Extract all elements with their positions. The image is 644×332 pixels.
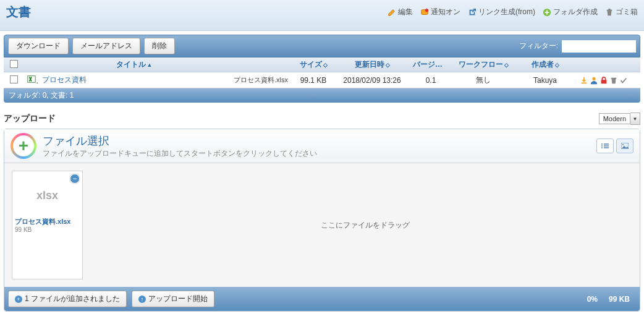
view-mode-toggle [596,138,633,153]
remove-file-button[interactable]: − [70,174,80,184]
lock-icon[interactable] [600,76,608,85]
list-icon [601,143,609,148]
upload-stats: 0% 99 KB [587,295,636,304]
header-checkbox-col [6,60,23,70]
edit-label: 編集 [398,7,413,17]
notify-label: 通知オン [431,7,460,17]
filter-input[interactable] [562,40,636,53]
theme-dropdown-button[interactable]: ▼ [630,113,640,125]
svg-rect-3 [28,76,35,83]
doc-workflow: 無し [452,75,514,85]
svg-point-1 [425,8,428,11]
header-size[interactable]: サイズ◇ [292,59,335,70]
sort-icon: ◇ [386,62,390,68]
header-update[interactable]: 更新日時◇ [335,59,409,70]
svg-rect-5 [601,80,607,83]
doc-version: 0.1 [409,76,452,85]
queued-file-size: 99 KB [15,226,80,233]
doc-update: 2018/02/09 13:26 [335,76,409,85]
thumb-view-button[interactable] [616,138,633,153]
row-actions [576,76,638,85]
queued-file-name: プロセス資料.xlsx [15,217,80,226]
doc-filename: プロセス資料.xlsx [230,75,292,85]
table-row[interactable]: プロセス資料 プロセス資料.xlsx 99.1 KB 2018/02/09 13… [4,72,640,88]
download-button[interactable]: ダウンロード [8,38,69,54]
doc-size: 99.1 KB [292,76,335,85]
file-select-sub: ファイルをアップロードキューに追加してスタートボタンをクリックしてください [43,148,317,159]
document-panel: ダウンロード メールアドレス 削除 フィルター: タイトル▲ サイズ◇ 更新日時… [0,31,644,106]
delete-button[interactable]: 削除 [144,38,175,54]
add-icon [543,8,551,17]
header-author[interactable]: 作成者◇ [514,59,576,70]
user-icon[interactable] [590,76,598,85]
theme-value: Modern [599,113,630,124]
grid-footer: フォルダ: 0, 文書: 1 [4,88,640,103]
theme-selector[interactable]: Modern ▼ [599,113,640,125]
sort-asc-icon: ▲ [147,62,153,68]
filter-label: フィルター: [519,41,558,51]
download-icon[interactable] [580,76,588,85]
queued-file-card[interactable]: − xlsx プロセス資料.xlsx 99 KB [12,171,83,279]
drop-zone[interactable]: ここにファイルをドラッグ [90,163,640,287]
svg-point-4 [592,77,595,80]
doc-title-link[interactable]: プロセス資料 [38,75,230,85]
list-view-button[interactable] [596,138,614,153]
files-added-status[interactable]: + 1 ファイルが追加されました [8,291,127,307]
start-upload-label: アップロード開始 [148,294,208,304]
page-header: 文書 編集 通知オン リンク生成(from) フォルダ作成 ゴミ箱 [0,0,644,31]
sort-icon: ◇ [323,62,328,68]
files-added-label: 1 ファイルが追加されました [25,294,120,304]
edit-action[interactable]: 編集 [388,7,413,17]
toolbar-buttons: ダウンロード メールアドレス 削除 [8,38,175,54]
folder-create-action[interactable]: フォルダ作成 [543,7,598,17]
external-icon [468,8,477,17]
start-upload-button[interactable]: ↑ アップロード開始 [132,291,214,307]
doc-author: Takuya [514,76,576,85]
top-actions: 編集 通知オン リンク生成(from) フォルダ作成 ゴミ箱 [388,7,638,17]
svg-point-7 [622,144,624,145]
row-checkbox[interactable] [10,75,18,83]
notify-action[interactable]: 通知オン [420,7,460,17]
upload-panel: + ファイル選択 ファイルをアップロードキューに追加してスタートボタンをクリック… [4,129,640,312]
drop-message: ここにファイルをドラッグ [321,220,410,231]
trash-label: ゴミ箱 [616,7,638,17]
upload-header: アップロード Modern ▼ [0,106,644,129]
grid-toolbar: ダウンロード メールアドレス 削除 フィルター: [4,35,640,57]
pencil-icon [388,8,396,17]
flag-icon [420,8,429,17]
select-all-checkbox[interactable] [10,60,18,68]
trash-icon [605,8,614,17]
folder-create-label: フォルダ作成 [553,7,598,17]
filter-area: フィルター: [519,40,636,53]
header-version[interactable]: バージョン◇ [409,59,452,70]
sort-icon: ◇ [504,62,509,68]
upload-total: 99 KB [609,295,630,304]
header-title[interactable]: タイトル▲ [38,59,230,70]
link-gen-label: リンク生成(from) [478,7,535,17]
upload-section-title: アップロード [4,113,56,124]
upload-percent: 0% [587,295,598,304]
file-select-label[interactable]: ファイル選択 [43,134,317,148]
add-files-icon[interactable]: + [11,133,36,159]
upload-body: − xlsx プロセス資料.xlsx 99 KB ここにファイルをドラッグ [4,163,640,287]
page-title: 文書 [6,4,31,20]
email-button[interactable]: メールアドレス [72,38,140,54]
header-workflow[interactable]: ワークフロー◇ [452,59,514,70]
image-icon [621,143,629,149]
delete-icon[interactable] [609,76,618,85]
check-icon[interactable] [619,76,628,85]
sort-icon: ◇ [555,62,559,68]
excel-icon [27,75,36,83]
upload-panel-header: + ファイル選択 ファイルをアップロードキューに追加してスタートボタンをクリック… [4,129,640,163]
grid-header: タイトル▲ サイズ◇ 更新日時◇ バージョン◇ ワークフロー◇ 作成者◇ [4,57,640,72]
link-gen-action[interactable]: リンク生成(from) [468,7,535,17]
upload-footer: + 1 ファイルが追加されました ↑ アップロード開始 0% 99 KB [4,287,640,311]
trash-action[interactable]: ゴミ箱 [605,7,638,17]
up-arrow-icon: ↑ [138,296,146,303]
plus-circle-icon: + [15,296,22,303]
